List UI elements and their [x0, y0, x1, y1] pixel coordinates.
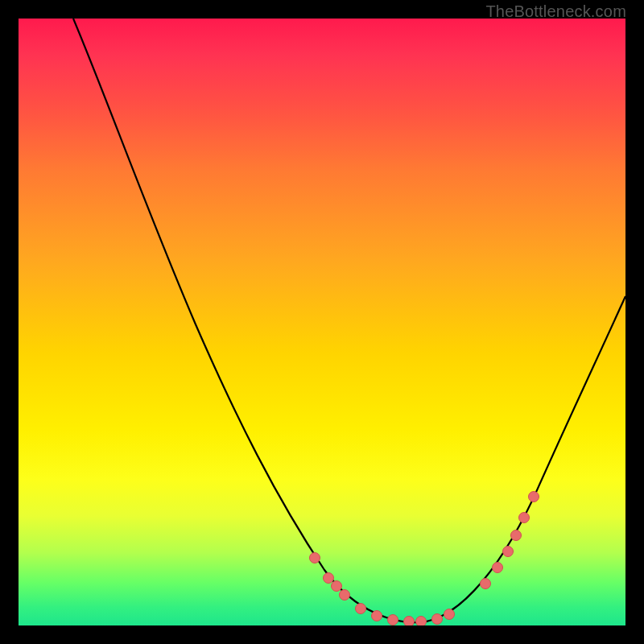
data-point — [356, 604, 366, 614]
chart-frame: TheBottleneck.com — [0, 0, 644, 644]
data-point — [519, 513, 530, 523]
data-point — [332, 581, 342, 592]
data-point — [404, 617, 415, 626]
data-point — [416, 617, 427, 626]
data-point — [310, 553, 320, 564]
data-point — [503, 547, 514, 557]
watermark-text: TheBottleneck.com — [485, 2, 626, 21]
data-point — [340, 590, 350, 601]
data-point — [511, 530, 522, 541]
data-point — [324, 573, 334, 584]
data-point — [481, 579, 491, 589]
curve-dots — [310, 492, 539, 626]
bottleneck-curve — [73, 19, 625, 622]
data-point — [388, 615, 398, 625]
data-point — [493, 563, 503, 573]
chart-svg — [19, 19, 625, 625]
data-point — [529, 492, 539, 502]
data-point — [432, 614, 443, 625]
data-point — [372, 611, 382, 621]
data-point — [444, 609, 455, 620]
